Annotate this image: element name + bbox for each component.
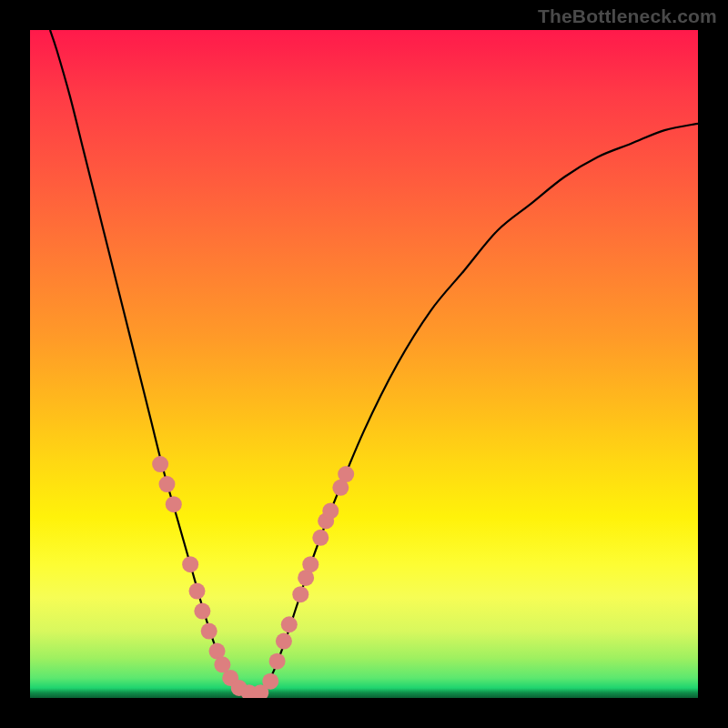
bottleneck-curve xyxy=(50,30,698,697)
chart-canvas xyxy=(30,30,698,698)
curve-marker xyxy=(201,623,217,640)
curve-marker xyxy=(189,583,206,600)
curve-marker xyxy=(269,653,286,670)
curve-marker xyxy=(262,673,278,690)
curve-marker xyxy=(182,556,198,572)
curve-marker xyxy=(276,633,292,650)
curve-marker xyxy=(158,476,175,492)
curve-markers xyxy=(152,456,354,698)
curve-marker xyxy=(281,616,298,632)
curve-marker xyxy=(194,603,210,620)
curve-marker xyxy=(312,530,329,546)
curve-marker xyxy=(322,502,339,519)
curve-marker xyxy=(338,466,354,482)
curve-marker xyxy=(302,556,318,572)
plot-area xyxy=(30,30,698,698)
watermark-text: TheBottleneck.com xyxy=(538,5,717,27)
curve-marker xyxy=(152,456,168,472)
curve-marker xyxy=(166,496,182,512)
curve-marker xyxy=(292,586,308,602)
